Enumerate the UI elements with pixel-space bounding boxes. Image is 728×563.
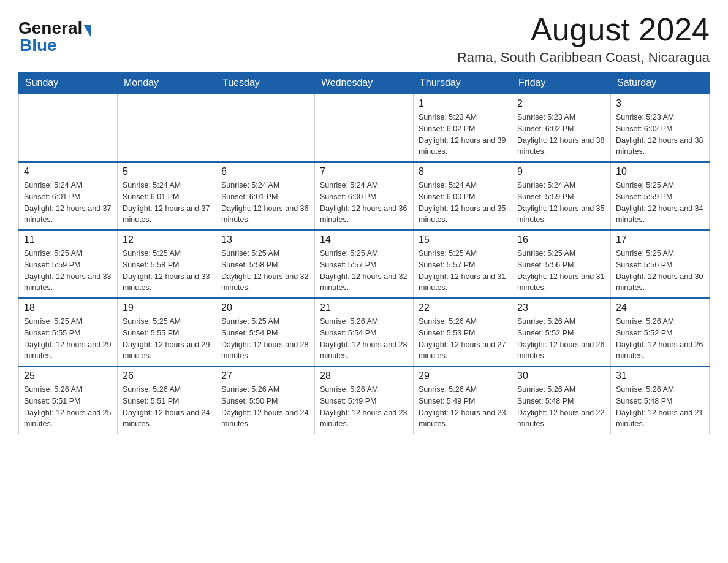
day-info: Sunrise: 5:25 AM Sunset: 5:54 PM Dayligh… xyxy=(221,316,309,362)
day-info: Sunrise: 5:25 AM Sunset: 5:56 PM Dayligh… xyxy=(616,248,704,294)
calendar-week-row: 11Sunrise: 5:25 AM Sunset: 5:59 PM Dayli… xyxy=(19,230,710,298)
logo-triangle-icon xyxy=(83,25,91,37)
calendar-cell: 13Sunrise: 5:25 AM Sunset: 5:58 PM Dayli… xyxy=(216,230,315,298)
day-number: 13 xyxy=(221,234,309,245)
calendar-cell: 4Sunrise: 5:24 AM Sunset: 6:01 PM Daylig… xyxy=(19,162,118,230)
calendar-cell: 12Sunrise: 5:25 AM Sunset: 5:58 PM Dayli… xyxy=(118,230,216,298)
day-number: 9 xyxy=(517,166,605,177)
day-number: 20 xyxy=(221,302,309,313)
day-number: 16 xyxy=(517,234,605,245)
calendar-cell xyxy=(19,94,118,162)
day-number: 26 xyxy=(123,370,211,381)
day-number: 7 xyxy=(320,166,408,177)
day-info: Sunrise: 5:24 AM Sunset: 6:00 PM Dayligh… xyxy=(419,180,507,226)
day-info: Sunrise: 5:25 AM Sunset: 5:56 PM Dayligh… xyxy=(517,248,605,294)
calendar-cell: 3Sunrise: 5:23 AM Sunset: 6:02 PM Daylig… xyxy=(611,94,710,162)
day-number: 17 xyxy=(616,234,704,245)
day-info: Sunrise: 5:26 AM Sunset: 5:51 PM Dayligh… xyxy=(24,384,112,430)
day-info: Sunrise: 5:25 AM Sunset: 5:59 PM Dayligh… xyxy=(24,248,112,294)
weekday-header-monday: Monday xyxy=(118,72,216,94)
day-number: 31 xyxy=(616,370,704,381)
calendar-cell: 18Sunrise: 5:25 AM Sunset: 5:55 PM Dayli… xyxy=(19,298,118,366)
calendar-week-row: 18Sunrise: 5:25 AM Sunset: 5:55 PM Dayli… xyxy=(19,298,710,366)
calendar-cell: 10Sunrise: 5:25 AM Sunset: 5:59 PM Dayli… xyxy=(611,162,710,230)
day-number: 30 xyxy=(517,370,605,381)
day-number: 6 xyxy=(221,166,309,177)
day-number: 11 xyxy=(24,234,112,245)
calendar-cell: 7Sunrise: 5:24 AM Sunset: 6:00 PM Daylig… xyxy=(315,162,414,230)
calendar-table: SundayMondayTuesdayWednesdayThursdayFrid… xyxy=(18,72,710,434)
day-info: Sunrise: 5:25 AM Sunset: 5:57 PM Dayligh… xyxy=(320,248,408,294)
calendar-cell: 17Sunrise: 5:25 AM Sunset: 5:56 PM Dayli… xyxy=(611,230,710,298)
day-info: Sunrise: 5:26 AM Sunset: 5:49 PM Dayligh… xyxy=(320,384,408,430)
calendar-cell: 29Sunrise: 5:26 AM Sunset: 5:49 PM Dayli… xyxy=(414,366,512,434)
calendar-cell: 31Sunrise: 5:26 AM Sunset: 5:48 PM Dayli… xyxy=(611,366,710,434)
day-number: 23 xyxy=(517,302,605,313)
day-number: 18 xyxy=(24,302,112,313)
calendar-cell: 25Sunrise: 5:26 AM Sunset: 5:51 PM Dayli… xyxy=(19,366,118,434)
calendar-cell xyxy=(118,94,216,162)
day-number: 29 xyxy=(419,370,507,381)
calendar-cell: 19Sunrise: 5:25 AM Sunset: 5:55 PM Dayli… xyxy=(118,298,216,366)
calendar-cell: 21Sunrise: 5:26 AM Sunset: 5:54 PM Dayli… xyxy=(315,298,414,366)
day-number: 1 xyxy=(419,98,507,109)
day-info: Sunrise: 5:26 AM Sunset: 5:54 PM Dayligh… xyxy=(320,316,408,362)
calendar-cell xyxy=(216,94,315,162)
day-number: 22 xyxy=(419,302,507,313)
day-info: Sunrise: 5:25 AM Sunset: 5:58 PM Dayligh… xyxy=(221,248,309,294)
calendar-cell xyxy=(315,94,414,162)
day-number: 3 xyxy=(616,98,704,109)
weekday-header-thursday: Thursday xyxy=(414,72,512,94)
day-number: 12 xyxy=(123,234,211,245)
weekday-header-friday: Friday xyxy=(512,72,611,94)
calendar-cell: 2Sunrise: 5:23 AM Sunset: 6:02 PM Daylig… xyxy=(512,94,611,162)
calendar-cell: 22Sunrise: 5:26 AM Sunset: 5:53 PM Dayli… xyxy=(414,298,512,366)
day-number: 28 xyxy=(320,370,408,381)
calendar-cell: 11Sunrise: 5:25 AM Sunset: 5:59 PM Dayli… xyxy=(19,230,118,298)
day-info: Sunrise: 5:26 AM Sunset: 5:50 PM Dayligh… xyxy=(221,384,309,430)
weekday-header-wednesday: Wednesday xyxy=(315,72,414,94)
calendar-week-row: 25Sunrise: 5:26 AM Sunset: 5:51 PM Dayli… xyxy=(19,366,710,434)
day-info: Sunrise: 5:24 AM Sunset: 6:01 PM Dayligh… xyxy=(24,180,112,226)
calendar-header: SundayMondayTuesdayWednesdayThursdayFrid… xyxy=(19,72,710,94)
day-info: Sunrise: 5:23 AM Sunset: 6:02 PM Dayligh… xyxy=(517,112,605,158)
day-number: 5 xyxy=(123,166,211,177)
day-info: Sunrise: 5:24 AM Sunset: 6:00 PM Dayligh… xyxy=(320,180,408,226)
calendar-cell: 8Sunrise: 5:24 AM Sunset: 6:00 PM Daylig… xyxy=(414,162,512,230)
day-info: Sunrise: 5:23 AM Sunset: 6:02 PM Dayligh… xyxy=(616,112,704,158)
calendar-week-row: 1Sunrise: 5:23 AM Sunset: 6:02 PM Daylig… xyxy=(19,94,710,162)
day-info: Sunrise: 5:26 AM Sunset: 5:48 PM Dayligh… xyxy=(616,384,704,430)
day-info: Sunrise: 5:23 AM Sunset: 6:02 PM Dayligh… xyxy=(419,112,507,158)
calendar-cell: 1Sunrise: 5:23 AM Sunset: 6:02 PM Daylig… xyxy=(414,94,512,162)
calendar-cell: 23Sunrise: 5:26 AM Sunset: 5:52 PM Dayli… xyxy=(512,298,611,366)
day-info: Sunrise: 5:25 AM Sunset: 5:55 PM Dayligh… xyxy=(123,316,211,362)
calendar-cell: 5Sunrise: 5:24 AM Sunset: 6:01 PM Daylig… xyxy=(118,162,216,230)
day-number: 14 xyxy=(320,234,408,245)
calendar-cell: 30Sunrise: 5:26 AM Sunset: 5:48 PM Dayli… xyxy=(512,366,611,434)
day-info: Sunrise: 5:26 AM Sunset: 5:51 PM Dayligh… xyxy=(123,384,211,430)
logo: General Blue xyxy=(18,18,92,55)
title-block: August 2024 Rama, South Caribbean Coast,… xyxy=(457,12,710,66)
day-info: Sunrise: 5:25 AM Sunset: 5:55 PM Dayligh… xyxy=(24,316,112,362)
calendar-cell: 9Sunrise: 5:24 AM Sunset: 5:59 PM Daylig… xyxy=(512,162,611,230)
calendar-cell: 26Sunrise: 5:26 AM Sunset: 5:51 PM Dayli… xyxy=(118,366,216,434)
weekday-header-saturday: Saturday xyxy=(611,72,710,94)
weekday-header-tuesday: Tuesday xyxy=(216,72,315,94)
calendar-cell: 14Sunrise: 5:25 AM Sunset: 5:57 PM Dayli… xyxy=(315,230,414,298)
day-number: 21 xyxy=(320,302,408,313)
weekday-header-sunday: Sunday xyxy=(19,72,118,94)
day-number: 24 xyxy=(616,302,704,313)
day-info: Sunrise: 5:26 AM Sunset: 5:52 PM Dayligh… xyxy=(616,316,704,362)
calendar-cell: 20Sunrise: 5:25 AM Sunset: 5:54 PM Dayli… xyxy=(216,298,315,366)
weekday-header-row: SundayMondayTuesdayWednesdayThursdayFrid… xyxy=(19,72,710,94)
location-title: Rama, South Caribbean Coast, Nicaragua xyxy=(457,50,710,66)
day-number: 27 xyxy=(221,370,309,381)
day-number: 2 xyxy=(517,98,605,109)
page-header: General Blue August 2024 Rama, South Car… xyxy=(18,12,710,66)
day-info: Sunrise: 5:25 AM Sunset: 5:57 PM Dayligh… xyxy=(419,248,507,294)
day-number: 8 xyxy=(419,166,507,177)
day-info: Sunrise: 5:24 AM Sunset: 6:01 PM Dayligh… xyxy=(123,180,211,226)
calendar-week-row: 4Sunrise: 5:24 AM Sunset: 6:01 PM Daylig… xyxy=(19,162,710,230)
logo-blue-text: Blue xyxy=(20,36,57,55)
calendar-cell: 28Sunrise: 5:26 AM Sunset: 5:49 PM Dayli… xyxy=(315,366,414,434)
